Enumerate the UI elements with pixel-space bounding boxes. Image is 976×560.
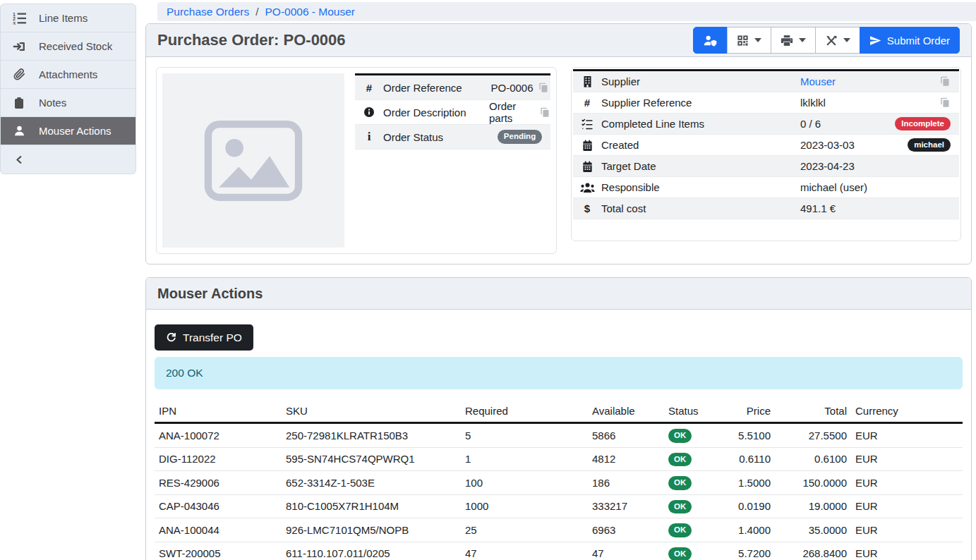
detail-label: Order Reference (383, 82, 489, 94)
detail-value-text: 2023-04-23 (800, 160, 855, 172)
cell-sku: 611-110.107.011/0205 (282, 542, 461, 560)
column-header-price: Price (704, 400, 775, 423)
sidebar-item-label: Attachments (39, 68, 97, 80)
info-circle-icon (355, 106, 383, 118)
copy-icon[interactable] (940, 97, 951, 108)
sidebar-item-mouser-actions[interactable]: Mouser Actions (1, 117, 135, 145)
detail-value-text: lklklkl (800, 97, 826, 109)
chevron-left-icon (11, 154, 27, 165)
table-row: RES-429006652-3314Z-1-503E100186OK1.5000… (155, 471, 963, 495)
detail-row-completed-line-items: Completed Line Items0 / 6Incomplete (573, 114, 959, 135)
copy-icon[interactable] (540, 107, 550, 118)
detail-row-supplier: SupplierMouser (573, 71, 959, 92)
sidebar-item-line-items[interactable]: 123Line Items (1, 4, 135, 32)
detail-value: lklklkl (800, 97, 940, 109)
cell-sku: 810-C1005X7R1H104M (282, 494, 461, 518)
calendar-icon (573, 140, 601, 151)
cell-sku: 250-72981KLRATR150B3 (282, 423, 461, 448)
admin-button[interactable] (693, 27, 728, 54)
barcode-menu-button[interactable] (727, 27, 771, 54)
paperclip-icon (11, 68, 27, 80)
detail-value-text: Order parts (489, 100, 535, 124)
cell-price: 5.7200 (704, 542, 775, 560)
cell-required: 1000 (461, 494, 588, 518)
page-title: Purchase Order: PO-0006 (157, 31, 346, 49)
detail-label: Supplier Reference (601, 97, 800, 109)
detail-row-responsible: Responsiblemichael (user) (573, 177, 959, 198)
sidebar-item-received-stock[interactable]: Received Stock (1, 32, 135, 61)
cell-required: 5 (461, 423, 588, 448)
sidebar-item-notes[interactable]: Notes (1, 89, 135, 117)
detail-value-text: michael (user) (800, 181, 867, 193)
detail-row-order-reference: #Order ReferencePO-0006 (355, 75, 550, 100)
detail-row-target-date: Target Date2023-04-23 (573, 156, 959, 177)
cell-status: OK (664, 423, 704, 448)
cell-total: 268.8400 (775, 542, 851, 560)
cell-currency: EUR (851, 471, 963, 495)
detail-value-text: 2023-03-03 (800, 139, 855, 151)
detail-value-text: 0 / 6 (800, 118, 821, 130)
cell-available: 47 (588, 542, 664, 560)
supplier-summary-card: SupplierMouser#Supplier Referencelklklkl… (571, 67, 961, 241)
detail-row-supplier-reference: #Supplier Referencelklklkl (573, 92, 959, 114)
caret-down-icon (799, 38, 806, 42)
caret-down-icon (843, 38, 850, 42)
cell-price: 0.0190 (704, 494, 775, 518)
transfer-po-label: Transfer PO (183, 331, 242, 344)
printer-icon (781, 35, 793, 47)
print-menu-button[interactable] (771, 27, 816, 54)
order-image-placeholder[interactable] (162, 73, 344, 248)
copy-icon[interactable] (538, 83, 549, 93)
detail-row-total-cost: $Total cost491.1 € (573, 198, 959, 219)
list-check-icon (573, 118, 601, 130)
cell-sku: 652-3314Z-1-503E (282, 471, 461, 495)
sidebar-item-label: Mouser Actions (39, 125, 112, 137)
breadcrumb-link-purchase-orders[interactable]: Purchase Orders (167, 6, 249, 18)
transfer-po-button[interactable]: Transfer PO (155, 324, 253, 351)
detail-label: Responsible (601, 181, 800, 193)
cell-status: OK (664, 518, 704, 542)
submit-order-button[interactable]: Submit Order (860, 27, 960, 54)
cell-ipn: DIG-112022 (155, 447, 282, 471)
cell-currency: EUR (851, 542, 963, 560)
column-header-currency: Currency (851, 400, 963, 423)
sidebar-item-attachments[interactable]: Attachments (1, 61, 135, 89)
detail-label: Created (601, 139, 800, 151)
cell-price: 1.5000 (704, 471, 775, 495)
sign-in-icon (11, 40, 27, 53)
mouser-actions-header: Mouser Actions (146, 278, 971, 310)
cell-currency: EUR (851, 494, 963, 518)
order-actions-menu-button[interactable] (815, 27, 860, 54)
detail-label: Supplier (601, 75, 800, 87)
breadcrumb-link-po-0006-mouser[interactable]: PO-0006 - Mouser (265, 6, 355, 18)
cell-status: OK (664, 471, 704, 495)
user-shield-icon (703, 35, 718, 47)
detail-value: Pending (489, 130, 550, 144)
detail-value-link[interactable]: Mouser (800, 75, 836, 87)
cell-ipn: ANA-100044 (155, 518, 282, 542)
copy-icon[interactable] (940, 76, 951, 87)
table-row: SWT-200005611-110.107.011/02054747OK5.72… (155, 542, 963, 560)
cell-price: 5.5100 (704, 423, 775, 448)
detail-value: 2023-04-23 (800, 160, 959, 172)
qrcode-icon (737, 35, 749, 47)
cell-required: 47 (461, 542, 588, 560)
sidebar: 123Line ItemsReceived StockAttachmentsNo… (0, 4, 136, 174)
response-alert-text: 200 OK (166, 367, 203, 379)
detail-value: michael (user) (800, 181, 959, 193)
ok-badge: OK (668, 453, 692, 467)
detail-value: 0 / 6 (800, 118, 895, 130)
purchase-order-panel-header: Purchase Order: PO-0006 (146, 24, 971, 57)
cell-total: 150.0000 (775, 471, 851, 495)
sidebar-collapse-button[interactable] (1, 145, 135, 174)
detail-row-empty (573, 219, 959, 241)
cell-currency: EUR (851, 423, 963, 448)
ok-badge: OK (668, 476, 692, 490)
calendar-icon (573, 161, 601, 172)
cell-available: 5866 (588, 423, 664, 448)
image-placeholder-icon (200, 118, 307, 204)
detail-row-created: Created2023-03-03michael (573, 135, 959, 156)
table-row: DIG-112022595-SN74HCS74QPWRQ114812OK0.61… (155, 447, 963, 471)
sidebar-item-label: Notes (39, 97, 66, 109)
detail-row-order-description: Order DescriptionOrder parts (355, 100, 550, 125)
